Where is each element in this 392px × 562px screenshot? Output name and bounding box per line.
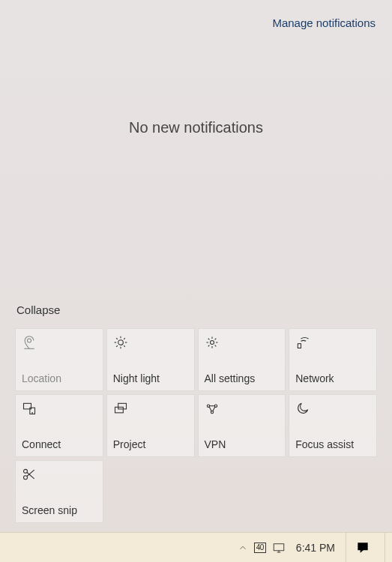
tile-location[interactable]: Location	[15, 328, 103, 391]
location-icon	[22, 335, 37, 350]
svg-point-15	[32, 412, 33, 413]
network-icon	[295, 335, 310, 350]
tile-label: Project	[113, 438, 188, 450]
manage-notifications-link[interactable]: Manage notifications	[0, 0, 392, 29]
svg-line-10	[124, 338, 125, 339]
taskbar: 40 6:41 PM	[0, 532, 392, 562]
scissors-icon	[22, 467, 37, 482]
tile-screen-snip[interactable]: Screen snip	[15, 460, 103, 523]
collapse-button[interactable]: Collapse	[0, 303, 392, 322]
connect-icon	[22, 401, 37, 416]
action-center-button[interactable]	[346, 533, 379, 563]
tile-label: Location	[22, 372, 97, 384]
svg-rect-16	[118, 403, 126, 409]
tile-label: All settings	[205, 372, 280, 384]
display-tray-icon[interactable]	[272, 541, 286, 555]
sun-icon	[113, 335, 128, 350]
svg-rect-12	[298, 344, 301, 348]
svg-point-22	[24, 469, 28, 473]
tile-label: Screen snip	[22, 504, 97, 516]
svg-rect-26	[274, 543, 284, 550]
tile-network[interactable]: Network	[289, 328, 377, 391]
vpn-icon	[205, 401, 220, 416]
gear-icon	[205, 335, 220, 350]
tile-label: Connect	[22, 438, 97, 450]
tile-focus-assist[interactable]: Focus assist	[289, 394, 377, 457]
svg-rect-17	[115, 407, 123, 413]
tray-overflow-icon[interactable]	[238, 543, 248, 553]
moon-icon	[295, 401, 310, 416]
svg-point-19	[214, 405, 217, 407]
tile-all-settings[interactable]: All settings	[198, 328, 286, 391]
tile-label: Network	[295, 372, 370, 384]
tile-label: VPN	[205, 438, 280, 450]
no-notifications-message: No new notifications	[129, 119, 263, 136]
clock[interactable]: 6:41 PM	[292, 542, 340, 554]
project-icon	[113, 401, 128, 416]
svg-point-23	[24, 476, 28, 480]
tile-label: Focus assist	[295, 438, 370, 450]
svg-line-8	[124, 345, 125, 347]
tile-project[interactable]: Project	[106, 394, 195, 457]
svg-point-18	[207, 405, 209, 407]
tile-night-light[interactable]: Night light	[106, 328, 195, 391]
quick-actions-grid: Location Night light All settings Networ…	[0, 322, 392, 532]
svg-point-11	[210, 341, 214, 345]
svg-point-2	[118, 340, 123, 345]
svg-line-7	[116, 338, 118, 339]
svg-point-0	[28, 339, 31, 342]
tile-vpn[interactable]: VPN	[198, 394, 286, 457]
svg-line-9	[116, 345, 118, 347]
ime-indicator[interactable]: 40	[254, 543, 266, 553]
notifications-area: No new notifications	[0, 29, 392, 303]
tile-label: Night light	[113, 372, 188, 384]
action-center-panel: Manage notifications No new notification…	[0, 0, 392, 532]
show-desktop-button[interactable]	[385, 533, 389, 563]
tile-connect[interactable]: Connect	[15, 394, 103, 457]
